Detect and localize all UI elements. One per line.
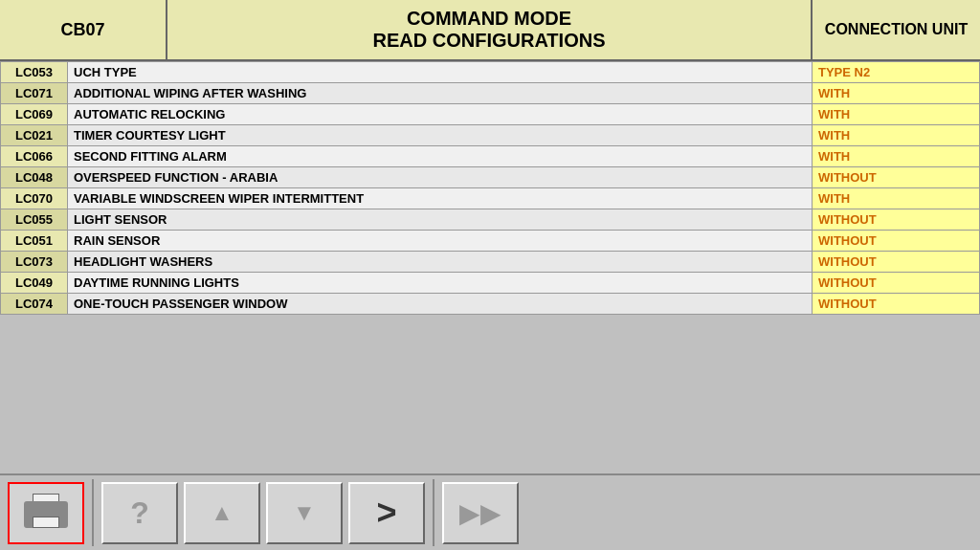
- row-value: WITH: [813, 83, 980, 104]
- row-value: WITH: [813, 146, 980, 167]
- read-config-subtitle: READ CONFIGURATIONS: [373, 30, 606, 52]
- row-code: LC074: [1, 294, 68, 315]
- header: CB07 COMMAND MODE READ CONFIGURATIONS CO…: [0, 0, 980, 61]
- row-description: RAIN SENSOR: [68, 231, 813, 252]
- command-mode-title: COMMAND MODE: [407, 8, 571, 30]
- row-value: WITH: [813, 104, 980, 125]
- row-code: LC051: [1, 231, 68, 252]
- toolbar-divider-2: [433, 479, 434, 546]
- toolbar: ? ▲ ▼ > ▶▶: [0, 473, 980, 550]
- table-row: LC021TIMER COURTESY LIGHTWITH: [1, 125, 980, 146]
- row-value: WITH: [813, 188, 980, 209]
- row-value: WITHOUT: [813, 252, 980, 273]
- header-right: CONNECTION UNIT: [813, 0, 980, 59]
- cb07-label: CB07: [60, 20, 104, 40]
- printer-icon: [22, 494, 70, 532]
- toolbar-center: ? ▲ ▼ >: [99, 482, 428, 544]
- row-code: LC049: [1, 273, 68, 294]
- toolbar-right: ▶▶: [439, 482, 522, 544]
- row-code: LC053: [1, 62, 68, 83]
- scroll-down-button[interactable]: ▼: [266, 482, 343, 544]
- row-value: WITH: [813, 125, 980, 146]
- config-table: LC053UCH TYPETYPE N2LC071ADDITIONAL WIPI…: [0, 61, 980, 315]
- table-row: LC074ONE-TOUCH PASSENGER WINDOWWITHOUT: [1, 294, 980, 315]
- row-description: HEADLIGHT WASHERS: [68, 252, 813, 273]
- arrow-down-icon: ▼: [293, 499, 316, 526]
- row-description: UCH TYPE: [68, 62, 813, 83]
- row-value: WITHOUT: [813, 209, 980, 231]
- arrow-right-icon: >: [376, 493, 396, 533]
- next-button[interactable]: >: [348, 482, 425, 544]
- row-code: LC071: [1, 83, 68, 104]
- toolbar-left: [5, 482, 87, 544]
- table-row: LC066SECOND FITTING ALARMWITH: [1, 146, 980, 167]
- table-row: LC055LIGHT SENSORWITHOUT: [1, 209, 980, 231]
- table-row: LC073HEADLIGHT WASHERSWITHOUT: [1, 252, 980, 273]
- table-row: LC053UCH TYPETYPE N2: [1, 62, 980, 83]
- table-row: LC049DAYTIME RUNNING LIGHTSWITHOUT: [1, 273, 980, 294]
- row-description: ONE-TOUCH PASSENGER WINDOW: [68, 294, 813, 315]
- row-description: DAYTIME RUNNING LIGHTS: [68, 273, 813, 294]
- row-description: LIGHT SENSOR: [68, 209, 813, 231]
- row-code: LC021: [1, 125, 68, 146]
- header-center: COMMAND MODE READ CONFIGURATIONS: [167, 0, 813, 59]
- help-icon: ?: [130, 495, 149, 531]
- row-description: TIMER COURTESY LIGHT: [68, 125, 813, 146]
- table-row: LC051RAIN SENSORWITHOUT: [1, 231, 980, 252]
- row-description: AUTOMATIC RELOCKING: [68, 104, 813, 125]
- header-left: CB07: [0, 0, 167, 59]
- skip-button[interactable]: ▶▶: [442, 482, 519, 544]
- row-code: LC069: [1, 104, 68, 125]
- row-value: WITHOUT: [813, 231, 980, 252]
- arrow-up-icon: ▲: [211, 499, 234, 526]
- connection-unit-label: CONNECTION UNIT: [825, 21, 968, 38]
- table-row: LC069AUTOMATIC RELOCKINGWITH: [1, 104, 980, 125]
- table-row: LC048OVERSPEED FUNCTION - ARABIAWITHOUT: [1, 167, 980, 188]
- main-container: CB07 COMMAND MODE READ CONFIGURATIONS CO…: [0, 0, 980, 550]
- row-code: LC055: [1, 209, 68, 231]
- scroll-up-button[interactable]: ▲: [184, 482, 260, 544]
- printer-paper-bottom: [33, 517, 59, 528]
- row-code: LC066: [1, 146, 68, 167]
- row-description: OVERSPEED FUNCTION - ARABIA: [68, 167, 813, 188]
- table-row: LC070VARIABLE WINDSCREEN WIPER INTERMITT…: [1, 188, 980, 209]
- help-button[interactable]: ?: [101, 482, 178, 544]
- row-value: WITHOUT: [813, 167, 980, 188]
- table-container: LC053UCH TYPETYPE N2LC071ADDITIONAL WIPI…: [0, 61, 980, 473]
- toolbar-divider-1: [92, 479, 94, 546]
- row-value: TYPE N2: [813, 62, 980, 83]
- row-code: LC048: [1, 167, 68, 188]
- row-code: LC070: [1, 188, 68, 209]
- skip-icon: ▶▶: [459, 497, 501, 529]
- row-code: LC073: [1, 252, 68, 273]
- row-description: SECOND FITTING ALARM: [68, 146, 813, 167]
- row-description: ADDITIONAL WIPING AFTER WASHING: [68, 83, 813, 104]
- row-value: WITHOUT: [813, 273, 980, 294]
- row-value: WITHOUT: [813, 294, 980, 315]
- table-row: LC071ADDITIONAL WIPING AFTER WASHINGWITH: [1, 83, 980, 104]
- print-button[interactable]: [8, 482, 84, 544]
- row-description: VARIABLE WINDSCREEN WIPER INTERMITTENT: [68, 188, 813, 209]
